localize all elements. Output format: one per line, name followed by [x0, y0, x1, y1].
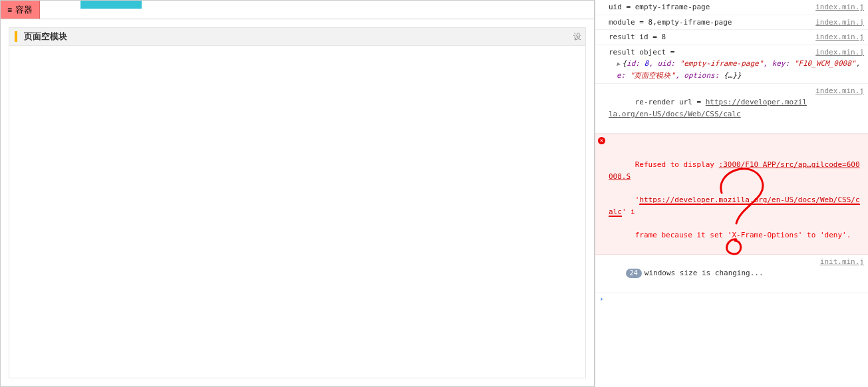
log-repeat-badge: 24 — [626, 269, 642, 278]
console-error-row[interactable]: ✕ Refused to display :3000/F10 APP/src/a… — [595, 134, 868, 255]
console-log-row[interactable]: 24windows size is changing... init.min.j — [595, 255, 868, 293]
tab-label: 容器 — [15, 4, 33, 16]
log-source-link[interactable]: index.min.j — [815, 17, 864, 29]
hamburger-icon: ≡ — [7, 5, 12, 15]
log-source-link[interactable]: index.min.j — [815, 1, 864, 13]
console-input-prompt[interactable]: › — [595, 293, 868, 305]
log-source-link[interactable]: init.min.j — [820, 256, 864, 291]
module-accent — [15, 31, 17, 42]
log-message: result id = 8 — [599, 31, 810, 43]
console-log-row[interactable]: result object = index.min.j ▶{id: 8, uid… — [595, 45, 868, 84]
module-title: 页面空模块 — [24, 31, 67, 43]
console-log-row[interactable]: result id = 8 index.min.j — [595, 30, 868, 45]
tab-secondary[interactable] — [80, 1, 142, 9]
log-source-link[interactable]: index.min.j — [815, 31, 864, 43]
log-message: re-render url = https://developer.mozill… — [599, 85, 810, 132]
log-object-preview[interactable]: ▶{id: 8, uid: "empty-iframe-page", key: … — [599, 58, 864, 81]
log-message: 24windows size is changing... — [599, 256, 815, 291]
expand-triangle-icon[interactable]: ▶ — [617, 59, 620, 68]
error-url-link[interactable]: https://developer.mozilla.org/en-US/docs… — [609, 195, 860, 217]
log-message: uid = empty-iframe-page — [599, 1, 810, 13]
console-log-row[interactable]: re-render url = https://developer.mozill… — [595, 84, 868, 134]
app-pane: ≡ 容器 页面空模块 设 — [0, 0, 595, 387]
iframe-content-area[interactable] — [9, 46, 586, 378]
log-source-link[interactable]: index.min.j — [815, 85, 864, 132]
log-error-message: ✕ Refused to display :3000/F10 APP/src/a… — [599, 136, 864, 253]
tab-bar: ≡ 容器 — [1, 1, 594, 19]
console-log-row[interactable]: module = 8,empty-iframe-page index.min.j — [595, 15, 868, 31]
tab-container[interactable]: ≡ 容器 — [1, 1, 40, 19]
log-message: result object = — [599, 47, 810, 59]
console-log-row[interactable]: uid = empty-iframe-page index.min.j — [595, 0, 868, 15]
devtools-console: uid = empty-iframe-page index.min.j modu… — [595, 0, 868, 387]
log-source-link[interactable]: index.min.j — [815, 47, 864, 59]
module-settings-button[interactable]: 设 — [573, 31, 581, 43]
log-message: module = 8,empty-iframe-page — [599, 17, 810, 29]
error-icon: ✕ — [598, 137, 605, 144]
module-header: 页面空模块 设 — [9, 27, 586, 46]
